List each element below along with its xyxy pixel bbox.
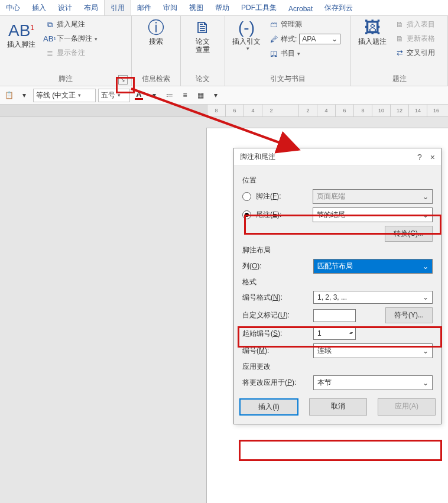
font-size-select[interactable]: 五号 bbox=[98, 89, 130, 102]
insert-caption-button[interactable]: 🖼 插入题注 bbox=[355, 18, 390, 47]
dialog-help-button[interactable]: ? bbox=[417, 152, 422, 162]
ribbon-tabs: 中心 插入 设计 布局 引用 邮件 审阅 视图 帮助 PDF工具集 Acroba… bbox=[0, 0, 448, 16]
crossref-icon: ⇄ bbox=[395, 48, 404, 58]
ruler-tick: 6 bbox=[225, 105, 244, 116]
ruler-tick: 6 bbox=[335, 105, 353, 116]
number-format-select[interactable]: 1, 2, 3, ... bbox=[313, 291, 433, 304]
apply-to-label: 将更改应用于(P): bbox=[242, 378, 313, 388]
ruler-tick: 2 bbox=[298, 105, 317, 116]
insert-button[interactable]: 插入(I) bbox=[239, 398, 298, 416]
font-family-select[interactable]: 等线 (中文正 bbox=[33, 89, 96, 102]
start-at-spinner[interactable]: 1 bbox=[313, 327, 356, 340]
bibliography-button[interactable]: 🕮书目 bbox=[267, 47, 343, 60]
next-footnote-icon: AB1 bbox=[45, 34, 54, 44]
insert-footnote-button[interactable]: AB1 插入脚注 bbox=[4, 18, 39, 50]
paper-check-button[interactable]: 🗎 论文 查重 bbox=[184, 18, 221, 55]
footnote-position-select: 页面底端 bbox=[313, 189, 433, 204]
convert-button[interactable]: 转换(C)... bbox=[385, 226, 433, 242]
update-icon: 🗎 bbox=[395, 34, 404, 44]
dialog-close-button[interactable]: × bbox=[430, 152, 435, 162]
insert-endnote-button[interactable]: ⧉插入尾注 bbox=[43, 18, 100, 31]
search-button[interactable]: ⓘ 搜索 bbox=[135, 18, 177, 47]
ruler-tick: 4 bbox=[317, 105, 335, 116]
tab-review[interactable]: 审阅 bbox=[157, 0, 183, 15]
format-toolbar: 📋 ▾ 等线 (中文正 五号 A ▾ ≔ ≡ ▦ ▾ bbox=[0, 86, 448, 105]
endnote-radio[interactable] bbox=[242, 210, 251, 219]
insert-citation-button[interactable]: (-) 插入引文 bbox=[229, 18, 264, 53]
tab-pdftools[interactable]: PDF工具集 bbox=[235, 0, 283, 15]
endnote-position-select[interactable]: 节的结尾 bbox=[313, 207, 433, 222]
sources-icon: 🗃 bbox=[269, 20, 278, 30]
apply-to-select[interactable]: 本节 bbox=[313, 375, 433, 390]
bibliography-icon: 🕮 bbox=[269, 49, 278, 59]
update-table-button: 🗎更新表格 bbox=[392, 33, 437, 45]
horizontal-ruler[interactable]: 8 6 4 2 2 4 6 8 10 12 14 16 bbox=[0, 105, 448, 117]
align-button[interactable]: ≡ bbox=[178, 89, 191, 102]
cancel-button[interactable]: 取消 bbox=[309, 398, 367, 416]
citation-style-select[interactable]: APA bbox=[299, 34, 340, 44]
ribbon: AB1 插入脚注 ⧉插入尾注 AB1下一条脚注 ≣显示备注 脚注 ↘ ⓘ 搜索 … bbox=[0, 16, 448, 86]
citation-group-label: 引文与书目 bbox=[229, 73, 347, 86]
tab-savecloud[interactable]: 保存到云 bbox=[319, 0, 359, 15]
cross-reference-button[interactable]: ⇄交叉引用 bbox=[392, 47, 437, 59]
footnote-endnote-dialog: 脚注和尾注 ? × 位置 脚注(F): 页面底端 尾注(E): 节的结尾 转换(… bbox=[233, 148, 441, 424]
ruler-tick: 4 bbox=[244, 105, 262, 116]
ruler-tick: 10 bbox=[372, 105, 390, 116]
endnote-label: 尾注(E): bbox=[256, 210, 313, 220]
ruler-tick: 8 bbox=[207, 105, 225, 116]
tab-mail[interactable]: 邮件 bbox=[131, 0, 157, 15]
document-search-icon: 🗎 bbox=[194, 20, 211, 36]
show-notes-button: ≣显示备注 bbox=[43, 47, 100, 59]
next-footnote-button[interactable]: AB1下一条脚注 bbox=[43, 33, 100, 45]
tab-insert[interactable]: 插入 bbox=[26, 0, 52, 15]
show-notes-icon: ≣ bbox=[45, 48, 54, 58]
endnote-icon: ⧉ bbox=[45, 20, 54, 30]
ruler-tick: 8 bbox=[353, 105, 372, 116]
manage-sources-button[interactable]: 🗃管理源 bbox=[267, 18, 343, 31]
ruler-tick: 16 bbox=[427, 105, 445, 116]
apply-button: 应用(A) bbox=[378, 398, 436, 416]
footnote-label: 脚注(F): bbox=[256, 192, 313, 202]
table-dropdown[interactable]: ▾ bbox=[209, 89, 222, 102]
search-group-label: 信息检索 bbox=[135, 73, 177, 86]
columns-label: 列(O): bbox=[242, 261, 313, 271]
tab-acrobat[interactable]: Acrobat bbox=[283, 2, 319, 15]
dialog-title: 脚注和尾注 bbox=[240, 152, 275, 162]
section-format: 格式 bbox=[242, 277, 433, 287]
citation-style-row: 🖉 样式: APA bbox=[267, 33, 343, 46]
ruler-tick: 14 bbox=[408, 105, 427, 116]
paste-icon[interactable]: 📋 bbox=[2, 89, 15, 102]
caption-group-label: 题注 bbox=[355, 73, 444, 86]
tab-center[interactable]: 中心 bbox=[0, 0, 26, 15]
table-button[interactable]: ▦ bbox=[194, 89, 207, 102]
symbol-button[interactable]: 符号(Y)... bbox=[385, 307, 433, 323]
tab-design[interactable]: 设计 bbox=[52, 0, 78, 15]
tab-layout[interactable]: 布局 bbox=[78, 0, 104, 15]
footnote-icon: AB1 bbox=[8, 20, 34, 39]
tab-help[interactable]: 帮助 bbox=[209, 0, 235, 15]
font-color-button[interactable]: A bbox=[132, 89, 145, 102]
numbering-select[interactable]: 连续 bbox=[313, 343, 433, 358]
citation-icon: (-) bbox=[238, 20, 255, 36]
font-color-dropdown[interactable]: ▾ bbox=[148, 89, 161, 102]
tab-references[interactable]: 引用 bbox=[104, 0, 131, 15]
numbering-label: 编号(M): bbox=[242, 346, 313, 356]
section-layout: 脚注布局 bbox=[242, 245, 433, 255]
style-icon: 🖉 bbox=[269, 34, 278, 44]
columns-select[interactable]: 匹配节布局 bbox=[313, 259, 433, 274]
section-apply: 应用更改 bbox=[242, 362, 433, 372]
font-color-icon: A bbox=[136, 90, 141, 98]
font-color-bar bbox=[135, 98, 143, 100]
list-button[interactable]: ≔ bbox=[163, 89, 176, 102]
footnote-radio[interactable] bbox=[242, 192, 251, 201]
tab-view[interactable]: 视图 bbox=[183, 0, 209, 15]
caption-icon: 🖼 bbox=[364, 20, 381, 36]
custom-mark-label: 自定义标记(U): bbox=[242, 310, 313, 320]
number-format-label: 编号格式(N): bbox=[242, 293, 313, 303]
custom-mark-input[interactable] bbox=[313, 309, 356, 322]
footnote-dialog-launcher[interactable]: ↘ bbox=[118, 75, 128, 85]
toolbar-dropdown-icon[interactable]: ▾ bbox=[18, 89, 31, 102]
ruler-tick: 2 bbox=[262, 105, 280, 116]
table-figures-icon: 🗎 bbox=[395, 20, 404, 30]
paper-group-label: 论文 bbox=[184, 73, 221, 86]
